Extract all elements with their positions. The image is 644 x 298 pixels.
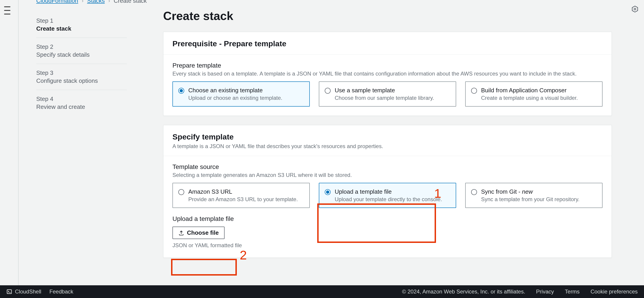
option-upload-file[interactable]: Upload a template file Upload your templ… [319, 183, 456, 208]
svg-point-1 [634, 8, 636, 10]
copyright: © 2024, Amazon Web Services, Inc. or its… [402, 288, 525, 295]
radio-icon [178, 189, 184, 195]
specify-heading: Specify template [172, 132, 602, 141]
breadcrumb-cloudformation[interactable]: CloudFormation [36, 0, 78, 4]
svg-rect-2 [7, 289, 12, 293]
step-4[interactable]: Step 4 Review and create [36, 90, 127, 116]
specify-heading-desc: A template is a JSON or YAML file that d… [172, 143, 602, 149]
file-format-hint: JSON or YAML formatted file [172, 242, 602, 248]
option-sample-template[interactable]: Use a sample template Choose from our sa… [319, 81, 456, 107]
template-source-title: Template source [172, 163, 602, 171]
breadcrumb-stacks[interactable]: Stacks [87, 0, 105, 4]
option-application-composer[interactable]: Build from Application Composer Create a… [465, 81, 602, 107]
cloudshell-icon [6, 289, 12, 294]
radio-icon [325, 189, 330, 195]
option-sync-git[interactable]: Sync from Git - new Sync a template from… [465, 183, 602, 208]
help-panel-icon[interactable] [631, 6, 638, 13]
upload-icon [178, 230, 184, 236]
feedback-link[interactable]: Feedback [50, 288, 73, 295]
cookie-preferences-link[interactable]: Cookie preferences [590, 288, 638, 295]
privacy-link[interactable]: Privacy [536, 288, 554, 295]
radio-icon [471, 189, 477, 195]
step-1[interactable]: Step 1 Create stack [36, 12, 127, 38]
svg-marker-0 [632, 6, 638, 12]
choose-file-button[interactable]: Choose file [172, 226, 224, 239]
footer: CloudShell Feedback © 2024, Amazon Web S… [0, 285, 644, 298]
prepare-template-title: Prepare template [172, 62, 602, 69]
wizard-steps: Step 1 Create stack Step 2 Specify stack… [36, 12, 127, 116]
step-3[interactable]: Step 3 Configure stack options [36, 64, 127, 90]
radio-icon [325, 88, 330, 94]
prerequisite-heading: Prerequisite - Prepare template [172, 39, 602, 48]
template-source-desc: Selecting a template generates an Amazon… [172, 172, 602, 178]
prepare-template-desc: Every stack is based on a template. A te… [172, 71, 602, 77]
sidebar-divider [18, 0, 18, 285]
option-existing-template[interactable]: Choose an existing template Upload or ch… [172, 81, 310, 107]
terms-link[interactable]: Terms [565, 288, 580, 295]
prerequisite-panel: Prerequisite - Prepare template Prepare … [163, 32, 612, 116]
page-title: Create stack [163, 9, 612, 23]
radio-icon [178, 88, 184, 94]
upload-label: Upload a template file [172, 215, 602, 222]
option-s3-url[interactable]: Amazon S3 URL Provide an Amazon S3 URL t… [172, 183, 310, 208]
chevron-right-icon: › [108, 0, 110, 4]
breadcrumb: CloudFormation › Stacks › Create stack [36, 0, 147, 4]
specify-template-panel: Specify template A template is a JSON or… [163, 125, 612, 258]
hamburger-menu-icon[interactable] [4, 6, 12, 15]
breadcrumb-current: Create stack [114, 0, 147, 4]
chevron-right-icon: › [82, 0, 84, 4]
radio-icon [471, 88, 477, 94]
cloudshell-button[interactable]: CloudShell [6, 288, 41, 295]
step-2[interactable]: Step 2 Specify stack details [36, 38, 127, 64]
